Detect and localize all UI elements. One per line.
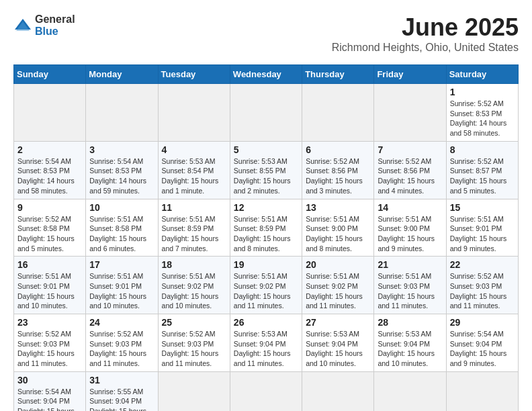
day-number: 14 [378, 202, 442, 213]
day-number: 10 [89, 202, 154, 213]
day-number: 4 [162, 144, 226, 155]
day-number: 25 [162, 317, 226, 328]
day-info: Sunrise: 5:51 AMSunset: 8:58 PMDaylight:… [89, 214, 154, 254]
day-info: Sunrise: 5:51 AMSunset: 8:59 PMDaylight:… [162, 214, 226, 254]
calendar-header: SundayMondayTuesdayWednesdayThursdayFrid… [14, 65, 519, 84]
calendar-cell: 25Sunrise: 5:52 AMSunset: 9:03 PMDayligh… [158, 314, 230, 372]
day-info: Sunrise: 5:52 AMSunset: 9:03 PMDaylight:… [450, 271, 515, 311]
calendar-cell: 29Sunrise: 5:54 AMSunset: 9:04 PMDayligh… [446, 314, 518, 372]
calendar-cell [14, 84, 86, 142]
calendar-cell [374, 84, 446, 142]
calendar-table: SundayMondayTuesdayWednesdayThursdayFrid… [13, 64, 519, 411]
day-info: Sunrise: 5:52 AMSunset: 8:57 PMDaylight:… [450, 156, 515, 196]
day-number: 20 [306, 259, 370, 270]
day-number: 27 [306, 317, 370, 328]
day-number: 13 [306, 202, 370, 213]
day-info: Sunrise: 5:53 AMSunset: 8:55 PMDaylight:… [234, 156, 298, 196]
day-info: Sunrise: 5:52 AMSunset: 9:03 PMDaylight:… [162, 329, 226, 369]
header-cell-sunday: Sunday [14, 65, 86, 84]
calendar-cell: 11Sunrise: 5:51 AMSunset: 8:59 PMDayligh… [158, 199, 230, 257]
calendar-cell [302, 84, 374, 142]
week-row-2: 9Sunrise: 5:52 AMSunset: 8:58 PMDaylight… [14, 199, 519, 257]
day-number: 5 [234, 144, 298, 155]
calendar-cell: 10Sunrise: 5:51 AMSunset: 8:58 PMDayligh… [86, 199, 158, 257]
day-number: 18 [162, 259, 226, 270]
day-info: Sunrise: 5:53 AMSunset: 9:04 PMDaylight:… [306, 329, 370, 369]
calendar-cell: 17Sunrise: 5:51 AMSunset: 9:01 PMDayligh… [86, 257, 158, 314]
day-number: 22 [450, 259, 515, 270]
day-number: 31 [89, 375, 154, 385]
logo-icon [13, 16, 32, 35]
day-number: 29 [450, 317, 515, 328]
week-row-4: 23Sunrise: 5:52 AMSunset: 9:03 PMDayligh… [14, 314, 519, 372]
title-area: June 2025 Richmond Heights, Ohio, United… [332, 13, 519, 54]
calendar-cell [230, 371, 302, 411]
day-info: Sunrise: 5:54 AMSunset: 8:53 PMDaylight:… [17, 156, 82, 196]
header-cell-monday: Monday [86, 65, 158, 84]
header-cell-thursday: Thursday [302, 65, 374, 84]
calendar-cell: 28Sunrise: 5:53 AMSunset: 9:04 PMDayligh… [374, 314, 446, 372]
calendar-cell: 7Sunrise: 5:52 AMSunset: 8:56 PMDaylight… [374, 141, 446, 199]
calendar-cell: 16Sunrise: 5:51 AMSunset: 9:01 PMDayligh… [14, 257, 86, 314]
calendar-cell: 22Sunrise: 5:52 AMSunset: 9:03 PMDayligh… [446, 257, 518, 314]
day-number: 16 [17, 259, 82, 270]
day-info: Sunrise: 5:51 AMSunset: 9:02 PMDaylight:… [162, 271, 226, 311]
day-number: 12 [234, 202, 298, 213]
day-info: Sunrise: 5:54 AMSunset: 9:04 PMDaylight:… [17, 387, 82, 411]
week-row-5: 30Sunrise: 5:54 AMSunset: 9:04 PMDayligh… [14, 371, 519, 411]
day-number: 6 [306, 144, 370, 155]
calendar-cell: 30Sunrise: 5:54 AMSunset: 9:04 PMDayligh… [14, 371, 86, 411]
header-cell-wednesday: Wednesday [230, 65, 302, 84]
day-number: 7 [378, 144, 442, 155]
calendar-cell: 15Sunrise: 5:51 AMSunset: 9:01 PMDayligh… [446, 199, 518, 257]
calendar-title: June 2025 [332, 13, 519, 42]
day-number: 11 [162, 202, 226, 213]
header-cell-saturday: Saturday [446, 65, 518, 84]
header-cell-friday: Friday [374, 65, 446, 84]
day-info: Sunrise: 5:51 AMSunset: 9:01 PMDaylight:… [17, 271, 82, 311]
day-info: Sunrise: 5:52 AMSunset: 9:03 PMDaylight:… [17, 329, 82, 369]
logo-general-text: General [35, 13, 75, 26]
calendar-cell: 21Sunrise: 5:51 AMSunset: 9:03 PMDayligh… [374, 257, 446, 314]
calendar-cell: 5Sunrise: 5:53 AMSunset: 8:55 PMDaylight… [230, 141, 302, 199]
calendar-cell: 27Sunrise: 5:53 AMSunset: 9:04 PMDayligh… [302, 314, 374, 372]
calendar-cell: 6Sunrise: 5:52 AMSunset: 8:56 PMDaylight… [302, 141, 374, 199]
day-info: Sunrise: 5:52 AMSunset: 9:03 PMDaylight:… [89, 329, 154, 369]
calendar-cell: 1Sunrise: 5:52 AMSunset: 8:53 PMDaylight… [446, 84, 518, 142]
day-info: Sunrise: 5:51 AMSunset: 9:03 PMDaylight:… [378, 271, 442, 311]
calendar-cell: 8Sunrise: 5:52 AMSunset: 8:57 PMDaylight… [446, 141, 518, 199]
calendar-cell: 23Sunrise: 5:52 AMSunset: 9:03 PMDayligh… [14, 314, 86, 372]
week-row-3: 16Sunrise: 5:51 AMSunset: 9:01 PMDayligh… [14, 257, 519, 314]
calendar-cell: 3Sunrise: 5:54 AMSunset: 8:53 PMDaylight… [86, 141, 158, 199]
calendar-subtitle: Richmond Heights, Ohio, United States [332, 42, 519, 54]
day-number: 2 [17, 144, 82, 155]
calendar-cell: 12Sunrise: 5:51 AMSunset: 8:59 PMDayligh… [230, 199, 302, 257]
day-info: Sunrise: 5:55 AMSunset: 9:04 PMDaylight:… [89, 387, 154, 411]
calendar-cell: 31Sunrise: 5:55 AMSunset: 9:04 PMDayligh… [86, 371, 158, 411]
calendar-cell: 20Sunrise: 5:51 AMSunset: 9:02 PMDayligh… [302, 257, 374, 314]
header: General Blue June 2025 Richmond Heights,… [13, 13, 519, 54]
calendar-cell: 9Sunrise: 5:52 AMSunset: 8:58 PMDaylight… [14, 199, 86, 257]
calendar-cell: 19Sunrise: 5:51 AMSunset: 9:02 PMDayligh… [230, 257, 302, 314]
calendar-cell: 26Sunrise: 5:53 AMSunset: 9:04 PMDayligh… [230, 314, 302, 372]
day-number: 9 [17, 202, 82, 213]
day-info: Sunrise: 5:53 AMSunset: 9:04 PMDaylight:… [234, 329, 298, 369]
calendar-cell: 14Sunrise: 5:51 AMSunset: 9:00 PMDayligh… [374, 199, 446, 257]
day-info: Sunrise: 5:51 AMSunset: 9:01 PMDaylight:… [450, 214, 515, 254]
calendar-cell [446, 371, 518, 411]
day-info: Sunrise: 5:53 AMSunset: 9:04 PMDaylight:… [378, 329, 442, 369]
day-info: Sunrise: 5:51 AMSunset: 9:00 PMDaylight:… [378, 214, 442, 254]
calendar-cell [158, 371, 230, 411]
calendar-cell [158, 84, 230, 142]
day-info: Sunrise: 5:52 AMSunset: 8:56 PMDaylight:… [306, 156, 370, 196]
day-number: 24 [89, 317, 154, 328]
calendar-cell: 24Sunrise: 5:52 AMSunset: 9:03 PMDayligh… [86, 314, 158, 372]
day-number: 15 [450, 202, 515, 213]
calendar-body: 1Sunrise: 5:52 AMSunset: 8:53 PMDaylight… [14, 84, 519, 412]
calendar-cell: 13Sunrise: 5:51 AMSunset: 9:00 PMDayligh… [302, 199, 374, 257]
calendar-cell [230, 84, 302, 142]
day-info: Sunrise: 5:52 AMSunset: 8:58 PMDaylight:… [17, 214, 82, 254]
day-info: Sunrise: 5:51 AMSunset: 9:02 PMDaylight:… [234, 271, 298, 311]
calendar-cell [86, 84, 158, 142]
day-number: 19 [234, 259, 298, 270]
